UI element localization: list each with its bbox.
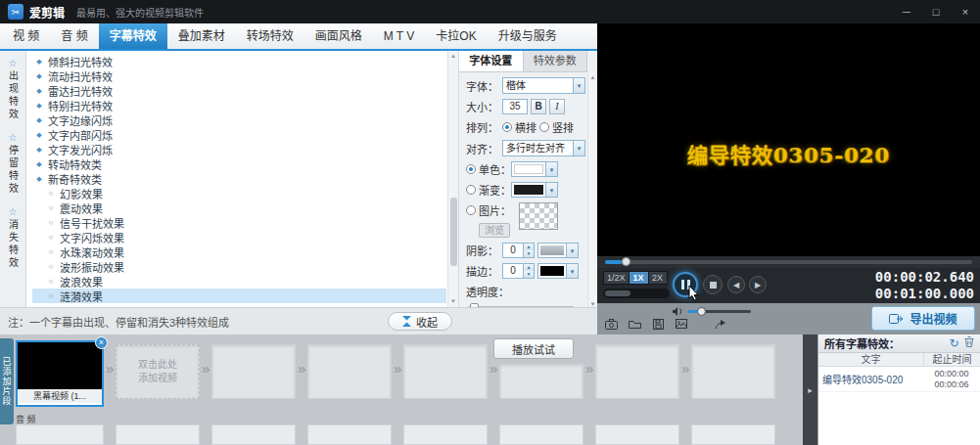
tab-effect-params[interactable]: 特效参数: [524, 51, 588, 71]
spin-up-icon[interactable]: ▲: [524, 244, 534, 250]
tab-upgrade-services[interactable]: 升级与服务: [488, 23, 568, 49]
tab-font-settings[interactable]: 字体设置: [459, 51, 524, 71]
effect-group-row[interactable]: ◆文字边缘闪烁: [32, 112, 446, 127]
chevron-separator-icon: »: [490, 360, 497, 377]
tab-karaoke[interactable]: 卡拉OK: [425, 23, 487, 49]
tab-subtitle-effects[interactable]: 字幕特效: [99, 23, 167, 49]
radio-image-fill[interactable]: [466, 205, 476, 215]
scroll-down-icon[interactable]: ▼: [448, 296, 458, 307]
effect-group-row[interactable]: ◆倾斜扫光特效: [32, 54, 446, 68]
effect-group-row[interactable]: ◆特别扫光特效: [32, 98, 446, 112]
trash-icon[interactable]: [961, 336, 976, 351]
effect-row[interactable]: ○文字闪烁效果: [32, 230, 446, 245]
image-texture-preview[interactable]: [519, 202, 558, 230]
export-video-button[interactable]: 导出视频: [871, 306, 975, 331]
timeline-zoom-slider[interactable]: [603, 289, 670, 298]
photo-icon[interactable]: [674, 317, 689, 331]
radio-horizontal[interactable]: [502, 122, 512, 132]
stroke-color-picker[interactable]: ▾: [537, 263, 579, 279]
effect-label: 文字内部闪烁: [48, 127, 113, 143]
tab-mtv[interactable]: M T V: [373, 23, 426, 49]
effect-group-row[interactable]: ◆雷达扫光特效: [32, 83, 446, 98]
bold-button[interactable]: B: [531, 99, 546, 114]
spin-down-icon[interactable]: ▼: [524, 250, 534, 257]
sidebar-item-disappear-effects[interactable]: ☆ 消失特效: [6, 207, 21, 270]
effects-list: ◆倾斜扫光特效 ◆流动扫光特效 ◆雷达扫光特效 ◆特别扫光特效 ◆文字边缘闪烁 …: [26, 51, 458, 307]
tab-overlay-material[interactable]: 叠加素材: [167, 23, 236, 49]
added-clips-tab[interactable]: 已添加片段: [0, 338, 14, 424]
save-icon[interactable]: [650, 317, 666, 331]
timeline-zoom-thumb[interactable]: [605, 290, 630, 296]
effect-row[interactable]: ○波形振动效果: [32, 259, 446, 274]
speed-1x-button[interactable]: 1X: [629, 271, 648, 285]
browse-button[interactable]: 浏览: [479, 223, 510, 238]
effect-group-row[interactable]: ◆流动扫光特效: [32, 68, 446, 83]
italic-button[interactable]: I: [549, 99, 565, 114]
gradient-color-picker[interactable]: ▾: [511, 182, 558, 198]
effect-row[interactable]: ○信号干扰效果: [32, 215, 446, 230]
spin-up-icon[interactable]: ▲: [524, 264, 534, 271]
radio-solid-color[interactable]: [466, 164, 476, 174]
align-select[interactable]: 多行时左对齐 ▾: [502, 140, 585, 156]
volume-track[interactable]: [688, 310, 751, 313]
tab-video[interactable]: 视 频: [2, 23, 50, 49]
font-family-select[interactable]: 楷体 ▾: [502, 77, 585, 94]
tab-transition-effects[interactable]: 转场特效: [236, 23, 304, 49]
add-video-slot[interactable]: 双击此处 添加视频: [116, 344, 200, 399]
effects-list-scrollbar[interactable]: ▲ ▼: [447, 51, 458, 307]
subtitle-table-row[interactable]: 编导特效0305-020 00:00:00 00:00:06: [818, 367, 980, 392]
shadow-color-picker[interactable]: ▾: [537, 243, 579, 258]
minimize-icon[interactable]: ─: [900, 6, 913, 18]
font-size-input[interactable]: 35: [502, 99, 528, 114]
scroll-up-icon[interactable]: ▲: [588, 72, 597, 83]
volume-handle[interactable]: [697, 307, 706, 316]
sidebar-item-appear-effects[interactable]: ☆ 出现特效: [6, 59, 21, 121]
solid-color-label: 单色：: [479, 161, 508, 177]
panel-collapse-strip[interactable]: ▸: [803, 334, 817, 445]
speed-2x-button[interactable]: 2X: [648, 271, 668, 285]
export-icon: [889, 313, 904, 325]
open-folder-icon[interactable]: [627, 317, 642, 331]
group-bullet-icon: ◆: [35, 58, 43, 66]
previous-frame-button[interactable]: ◀: [727, 276, 745, 293]
sidebar-item-stay-effects[interactable]: ☆ 停留特效: [6, 133, 21, 196]
settings-scrollbar[interactable]: ▲ ▼: [587, 72, 597, 307]
next-frame-button[interactable]: ▶: [749, 276, 767, 293]
tab-picture-style[interactable]: 画面风格: [304, 23, 373, 49]
shadow-spinner[interactable]: 0 ▲▼: [502, 243, 535, 258]
scroll-up-icon[interactable]: ▲: [448, 51, 458, 62]
seek-handle[interactable]: [622, 257, 630, 266]
refresh-icon[interactable]: ↻: [947, 336, 961, 351]
effect-group-row[interactable]: ◆转动特效类: [32, 156, 446, 171]
solid-color-picker[interactable]: ▾: [511, 161, 558, 177]
radio-vertical[interactable]: [539, 122, 549, 132]
maximize-icon[interactable]: □: [929, 6, 943, 18]
stop-button[interactable]: [703, 275, 723, 294]
stroke-spinner[interactable]: 0 ▲▼: [502, 263, 535, 279]
clip-thumbnail[interactable]: [18, 342, 102, 389]
seek-track[interactable]: [605, 260, 972, 264]
speed-half-button[interactable]: 1/2X: [603, 271, 629, 285]
collapse-button[interactable]: 收起: [388, 312, 452, 331]
scrollbar-thumb[interactable]: [450, 198, 457, 266]
effect-row[interactable]: ○幻影效果: [32, 186, 446, 200]
effect-row-selected[interactable]: ○涟漪效果: [32, 289, 446, 303]
effect-row[interactable]: ○水珠滚动效果: [32, 245, 446, 259]
share-icon[interactable]: [713, 317, 728, 331]
effect-group-row[interactable]: ◆文字内部闪烁: [32, 127, 446, 142]
effect-group-row[interactable]: ◆文字发光闪烁: [32, 142, 446, 156]
effect-group-row[interactable]: ◆新奇特效类: [32, 171, 446, 186]
radio-gradient-color[interactable]: [466, 185, 476, 195]
child-bullet-icon: ○: [47, 189, 55, 198]
remove-clip-icon[interactable]: ×: [95, 336, 108, 349]
spin-down-icon[interactable]: ▼: [524, 271, 534, 278]
close-icon[interactable]: ×: [958, 6, 972, 18]
speaker-icon[interactable]: [672, 306, 683, 317]
snapshot-icon[interactable]: [603, 317, 619, 331]
app-window: ✂ 爱剪辑 最易用、强大的视频剪辑软件 ─ □ × 视 频 音 频 字幕特效 叠…: [0, 0, 980, 445]
effect-row[interactable]: ○震动效果: [32, 200, 446, 215]
video-clip-item[interactable]: 黑幕视频 (1... ×: [16, 340, 104, 407]
play-test-button[interactable]: 播放试试: [493, 338, 574, 359]
tab-audio[interactable]: 音 频: [50, 23, 98, 49]
effect-row[interactable]: ○波浪效果: [32, 274, 446, 289]
